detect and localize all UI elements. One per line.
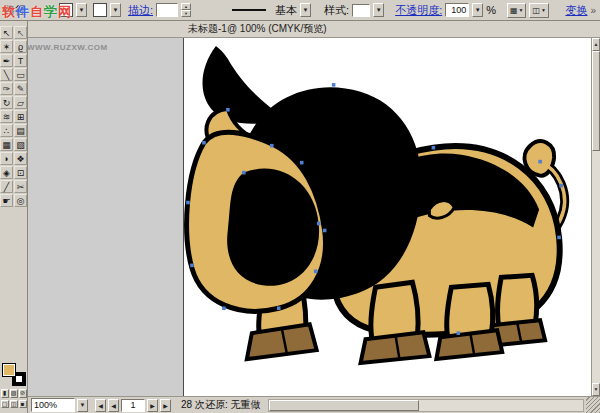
warp-tool[interactable]: ≋ xyxy=(0,110,13,123)
spinner-up-icon[interactable]: ▲ xyxy=(181,3,191,10)
zoom-level-field[interactable]: 100% xyxy=(31,398,75,412)
style-dropdown-button[interactable]: ▼ xyxy=(373,3,384,17)
arrow-left-icon: ◀ xyxy=(111,402,116,409)
gradient-tool[interactable]: ▧ xyxy=(14,138,27,151)
fullscreen-mode-button[interactable]: ■ xyxy=(19,400,27,408)
spinner-down-icon[interactable]: ▼ xyxy=(181,10,191,17)
brush-name-label: 基本 xyxy=(275,3,297,18)
artboard[interactable] xyxy=(183,38,591,396)
vertical-scrollbar[interactable]: ▲ ▼ xyxy=(591,38,600,396)
stroke-weight-field[interactable] xyxy=(156,3,178,17)
selection-tool[interactable]: ↖ xyxy=(0,26,13,39)
fill-color-swatch[interactable] xyxy=(59,3,73,17)
live-paint-selection-tool[interactable]: ⊡ xyxy=(14,166,27,179)
grid-icon: ▦ xyxy=(510,6,518,15)
fill-proxy-swatch[interactable] xyxy=(2,363,16,377)
zoom-tool[interactable]: ◎ xyxy=(14,194,27,207)
horizontal-scrollbar[interactable] xyxy=(268,399,584,412)
rotate-tool[interactable]: ↻ xyxy=(0,96,13,109)
scroll-up-button[interactable]: ▲ xyxy=(592,38,600,51)
ox-drawing xyxy=(184,38,591,396)
status-bar: 100% ▼ ◀ ◀ 1 ▶ ▶ 28 次还原: 无重做 xyxy=(28,396,600,413)
pen-tool[interactable]: ✒ xyxy=(0,54,13,67)
selection-type-label: 路径 xyxy=(4,3,26,18)
document-area: 未标题-1@ 100% (CMYK/预览) xyxy=(28,21,600,413)
document-title-bar: 未标题-1@ 100% (CMYK/预览) xyxy=(28,21,600,38)
vertical-scroll-thumb[interactable] xyxy=(592,51,600,151)
arrow-right-icon: ▶ xyxy=(150,402,155,409)
normal-screen-mode-button[interactable]: ▢ xyxy=(1,400,9,408)
chevron-down-icon: ▼ xyxy=(79,7,85,13)
illustrator-window: 软件自学网 WWW.RUZXW.COM 路径 ▼ ▼ 描边: ▲▼ 基本 ▼ 样… xyxy=(0,0,600,413)
style-label: 样式: xyxy=(324,3,349,18)
line-segment-tool[interactable]: ╲ xyxy=(0,68,13,81)
free-transform-tool[interactable]: ⊞ xyxy=(14,110,27,123)
screen-mode-buttons: ▢ ◫ ■ xyxy=(1,400,27,408)
slice-tool[interactable]: ╱ xyxy=(0,180,13,193)
chevron-down-icon: ▼ xyxy=(519,7,524,13)
ox-artwork[interactable] xyxy=(186,46,564,363)
style-swatch[interactable] xyxy=(352,4,370,17)
tool-grid: ↖ ↖ ✶ ϱ ✒ T ╲ ▭ ✑ ✎ ↻ ▱ ≋ ⊞ ∴ ▤ ▦ ▧ ◗ ❖ xyxy=(0,26,27,207)
gradient-button[interactable]: ▨ xyxy=(10,389,18,398)
mesh-tool[interactable]: ▦ xyxy=(0,138,13,151)
fill-stroke-indicator xyxy=(2,363,26,386)
last-page-button[interactable]: ▶ xyxy=(160,399,171,412)
chevron-down-icon: ▼ xyxy=(80,402,86,408)
stroke-color-swatch[interactable] xyxy=(93,3,107,17)
type-tool[interactable]: T xyxy=(14,54,27,67)
previous-page-button[interactable]: ◀ xyxy=(108,399,119,412)
first-page-button[interactable]: ◀ xyxy=(95,399,106,412)
chevron-down-icon: ▼ xyxy=(541,7,546,13)
status-message: 28 次还原: 无重做 xyxy=(181,398,260,412)
scale-tool[interactable]: ▱ xyxy=(14,96,27,109)
brush-stroke-preview xyxy=(232,9,266,11)
panel-icon: ◫ xyxy=(532,6,540,15)
percent-label: % xyxy=(486,4,496,16)
eyedropper-tool[interactable]: ◗ xyxy=(0,152,13,165)
live-paint-bucket-tool[interactable]: ◈ xyxy=(0,166,13,179)
stroke-weight-spinner[interactable]: ▲▼ xyxy=(181,3,191,17)
magic-wand-tool[interactable]: ✶ xyxy=(0,40,13,53)
brush-dropdown-button[interactable]: ▼ xyxy=(300,3,311,17)
paint-buttons: ▮ ▨ ⊘ xyxy=(1,389,27,398)
vertical-scroll-track[interactable] xyxy=(592,151,600,383)
document-setup-button[interactable]: ▦▼ xyxy=(507,3,527,18)
chevron-down-icon: ▼ xyxy=(113,7,119,13)
preferences-button[interactable]: ◫▼ xyxy=(529,3,549,18)
color-button[interactable]: ▮ xyxy=(1,389,9,398)
lasso-tool[interactable]: ϱ xyxy=(14,40,27,53)
chevron-down-icon: ▼ xyxy=(475,7,481,13)
symbol-sprayer-tool[interactable]: ∴ xyxy=(0,124,13,137)
opacity-dropdown-button[interactable]: ▼ xyxy=(472,3,483,17)
overflow-chevron-icon[interactable]: » xyxy=(590,5,596,16)
arrow-left-icon: ◀ xyxy=(98,402,103,409)
fullscreen-with-menu-mode-button[interactable]: ◫ xyxy=(10,400,18,408)
fill-dropdown-button[interactable]: ▼ xyxy=(76,3,87,17)
stroke-panel-link[interactable]: 描边: xyxy=(128,3,153,18)
zoom-dropdown-button[interactable]: ▼ xyxy=(77,399,88,412)
transform-link[interactable]: 变换 xyxy=(565,3,587,18)
graph-tool[interactable]: ▤ xyxy=(14,124,27,137)
stroke-dropdown-button[interactable]: ▼ xyxy=(110,3,121,17)
horizontal-scroll-thumb[interactable] xyxy=(269,400,419,411)
opacity-field[interactable]: 100 xyxy=(445,3,469,17)
resize-grip[interactable] xyxy=(586,397,600,413)
blend-tool[interactable]: ❖ xyxy=(14,152,27,165)
rectangle-tool[interactable]: ▭ xyxy=(14,68,27,81)
pencil-tool[interactable]: ✎ xyxy=(14,82,27,95)
hand-tool[interactable]: ☛ xyxy=(0,194,13,207)
document-title: 未标题-1@ 100% (CMYK/预览) xyxy=(188,22,327,36)
paintbrush-tool[interactable]: ✑ xyxy=(0,82,13,95)
page-number-field[interactable]: 1 xyxy=(121,399,145,412)
direct-selection-tool[interactable]: ↖ xyxy=(14,26,27,39)
next-page-button[interactable]: ▶ xyxy=(147,399,158,412)
scroll-down-button[interactable]: ▼ xyxy=(592,383,600,396)
control-bar: 路径 ▼ ▼ 描边: ▲▼ 基本 ▼ 样式: ▼ 不透明度: 100 ▼ % ▦… xyxy=(0,0,600,21)
scroll-down-icon: ▼ xyxy=(594,386,599,392)
opacity-link[interactable]: 不透明度: xyxy=(395,3,442,18)
chevron-down-icon: ▼ xyxy=(303,7,309,13)
none-button[interactable]: ⊘ xyxy=(19,389,27,398)
scissors-tool[interactable]: ✂ xyxy=(14,180,27,193)
pasteboard xyxy=(28,38,183,396)
